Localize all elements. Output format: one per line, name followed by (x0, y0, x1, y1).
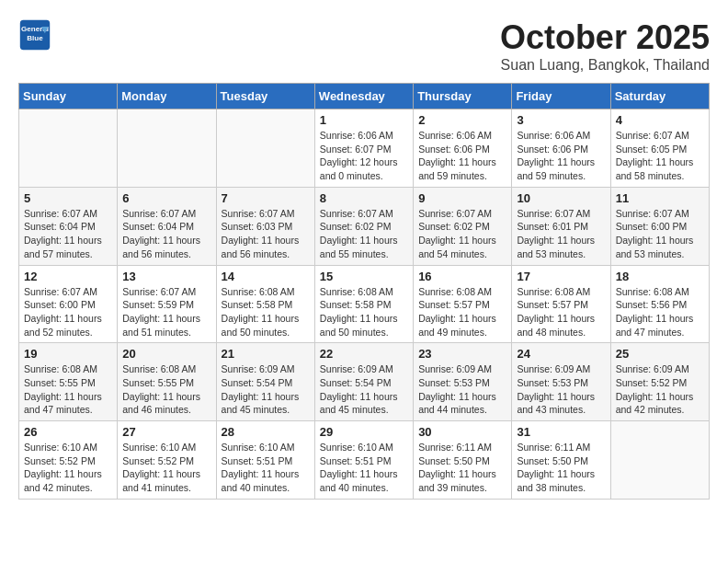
day-info: Sunrise: 6:09 AMSunset: 5:53 PMDaylight:… (418, 362, 506, 417)
day-number: 7 (222, 191, 310, 205)
title-area: October 2025 Suan Luang, Bangkok, Thaila… (500, 18, 710, 74)
calendar-cell (610, 421, 709, 500)
weekday-header-cell: Saturday (610, 84, 709, 109)
calendar-cell: 23Sunrise: 6:09 AMSunset: 5:53 PMDayligh… (414, 343, 512, 421)
day-info: Sunrise: 6:07 AMSunset: 6:05 PMDaylight:… (616, 129, 704, 183)
calendar-cell: 5Sunrise: 6:07 AMSunset: 6:04 PMDaylight… (19, 187, 118, 265)
day-number: 22 (320, 347, 408, 361)
calendar-cell: 18Sunrise: 6:08 AMSunset: 5:56 PMDayligh… (610, 265, 709, 343)
day-number: 26 (24, 425, 112, 439)
calendar-cell: 6Sunrise: 6:07 AMSunset: 6:04 PMDaylight… (118, 187, 216, 265)
day-number: 18 (616, 270, 704, 283)
day-number: 28 (222, 425, 310, 439)
day-number: 29 (320, 425, 408, 439)
day-info: Sunrise: 6:06 AMSunset: 6:06 PMDaylight:… (517, 129, 605, 183)
day-number: 5 (24, 191, 112, 205)
day-info: Sunrise: 6:08 AMSunset: 5:57 PMDaylight:… (517, 285, 605, 339)
day-info: Sunrise: 6:10 AMSunset: 5:52 PMDaylight:… (24, 441, 112, 495)
day-info: Sunrise: 6:07 AMSunset: 6:00 PMDaylight:… (24, 285, 112, 339)
logo: General Blue (18, 18, 51, 52)
location-title: Suan Luang, Bangkok, Thailand (500, 57, 710, 74)
calendar-cell: 20Sunrise: 6:08 AMSunset: 5:55 PMDayligh… (118, 343, 216, 421)
calendar-cell: 11Sunrise: 6:07 AMSunset: 6:00 PMDayligh… (610, 187, 709, 265)
weekday-header-cell: Friday (512, 84, 610, 109)
day-info: Sunrise: 6:08 AMSunset: 5:55 PMDaylight:… (122, 362, 210, 417)
day-number: 9 (418, 191, 506, 205)
day-number: 24 (517, 347, 605, 361)
day-info: Sunrise: 6:09 AMSunset: 5:53 PMDaylight:… (517, 362, 605, 417)
day-number: 17 (517, 270, 605, 283)
page-header: General Blue October 2025 Suan Luang, Ba… (18, 18, 710, 74)
calendar-cell: 15Sunrise: 6:08 AMSunset: 5:58 PMDayligh… (314, 265, 413, 343)
day-info: Sunrise: 6:07 AMSunset: 6:02 PMDaylight:… (320, 207, 408, 261)
calendar-cell (118, 109, 216, 188)
calendar-table: SundayMondayTuesdayWednesdayThursdayFrid… (18, 83, 710, 500)
calendar-cell: 24Sunrise: 6:09 AMSunset: 5:53 PMDayligh… (512, 343, 610, 421)
month-title: October 2025 (500, 18, 710, 57)
weekday-header-row: SundayMondayTuesdayWednesdayThursdayFrid… (19, 84, 710, 109)
day-number: 14 (222, 270, 310, 283)
weekday-header-cell: Tuesday (216, 84, 314, 109)
calendar-cell: 9Sunrise: 6:07 AMSunset: 6:02 PMDaylight… (414, 187, 512, 265)
calendar-cell (216, 109, 314, 188)
day-number: 20 (122, 347, 210, 361)
day-number: 23 (418, 347, 506, 361)
day-number: 2 (418, 113, 506, 127)
day-info: Sunrise: 6:08 AMSunset: 5:58 PMDaylight:… (222, 285, 310, 339)
calendar-week-row: 26Sunrise: 6:10 AMSunset: 5:52 PMDayligh… (19, 421, 710, 500)
calendar-cell: 10Sunrise: 6:07 AMSunset: 6:01 PMDayligh… (512, 187, 610, 265)
weekday-header-cell: Sunday (19, 84, 118, 109)
calendar-cell (19, 109, 118, 188)
calendar-cell: 31Sunrise: 6:11 AMSunset: 5:50 PMDayligh… (512, 421, 610, 500)
day-info: Sunrise: 6:07 AMSunset: 6:03 PMDaylight:… (222, 207, 310, 261)
day-number: 19 (24, 347, 112, 361)
day-number: 16 (418, 270, 506, 283)
day-info: Sunrise: 6:08 AMSunset: 5:58 PMDaylight:… (320, 285, 408, 339)
day-info: Sunrise: 6:08 AMSunset: 5:56 PMDaylight:… (616, 285, 704, 339)
calendar-cell: 21Sunrise: 6:09 AMSunset: 5:54 PMDayligh… (216, 343, 314, 421)
calendar-cell: 13Sunrise: 6:07 AMSunset: 5:59 PMDayligh… (118, 265, 216, 343)
day-number: 15 (320, 270, 408, 283)
calendar-cell: 16Sunrise: 6:08 AMSunset: 5:57 PMDayligh… (414, 265, 512, 343)
day-info: Sunrise: 6:07 AMSunset: 6:04 PMDaylight:… (122, 207, 210, 261)
day-info: Sunrise: 6:08 AMSunset: 5:57 PMDaylight:… (418, 285, 506, 339)
day-info: Sunrise: 6:11 AMSunset: 5:50 PMDaylight:… (418, 441, 506, 495)
day-number: 10 (517, 191, 605, 205)
weekday-header-cell: Wednesday (314, 84, 413, 109)
weekday-header-cell: Monday (118, 84, 216, 109)
calendar-cell: 27Sunrise: 6:10 AMSunset: 5:52 PMDayligh… (118, 421, 216, 500)
day-info: Sunrise: 6:07 AMSunset: 6:01 PMDaylight:… (517, 207, 605, 261)
calendar-week-row: 1Sunrise: 6:06 AMSunset: 6:07 PMDaylight… (19, 109, 710, 188)
calendar-cell: 29Sunrise: 6:10 AMSunset: 5:51 PMDayligh… (314, 421, 413, 500)
day-info: Sunrise: 6:07 AMSunset: 6:00 PMDaylight:… (616, 207, 704, 261)
calendar-cell: 30Sunrise: 6:11 AMSunset: 5:50 PMDayligh… (414, 421, 512, 500)
calendar-cell: 22Sunrise: 6:09 AMSunset: 5:54 PMDayligh… (314, 343, 413, 421)
calendar-cell: 14Sunrise: 6:08 AMSunset: 5:58 PMDayligh… (216, 265, 314, 343)
calendar-cell: 1Sunrise: 6:06 AMSunset: 6:07 PMDaylight… (314, 109, 413, 188)
calendar-body: 1Sunrise: 6:06 AMSunset: 6:07 PMDaylight… (19, 109, 710, 500)
day-info: Sunrise: 6:09 AMSunset: 5:54 PMDaylight:… (320, 362, 408, 417)
calendar-cell: 8Sunrise: 6:07 AMSunset: 6:02 PMDaylight… (314, 187, 413, 265)
day-info: Sunrise: 6:07 AMSunset: 5:59 PMDaylight:… (122, 285, 210, 339)
logo-icon: General Blue (18, 18, 51, 52)
day-number: 30 (418, 425, 506, 439)
calendar-cell: 12Sunrise: 6:07 AMSunset: 6:00 PMDayligh… (19, 265, 118, 343)
day-number: 13 (122, 270, 210, 283)
day-info: Sunrise: 6:06 AMSunset: 6:06 PMDaylight:… (418, 129, 506, 183)
day-number: 8 (320, 191, 408, 205)
day-info: Sunrise: 6:09 AMSunset: 5:54 PMDaylight:… (222, 362, 310, 417)
calendar-cell: 19Sunrise: 6:08 AMSunset: 5:55 PMDayligh… (19, 343, 118, 421)
calendar-cell: 25Sunrise: 6:09 AMSunset: 5:52 PMDayligh… (610, 343, 709, 421)
day-info: Sunrise: 6:11 AMSunset: 5:50 PMDaylight:… (517, 441, 605, 495)
day-number: 21 (222, 347, 310, 361)
calendar-cell: 17Sunrise: 6:08 AMSunset: 5:57 PMDayligh… (512, 265, 610, 343)
day-number: 27 (122, 425, 210, 439)
day-number: 3 (517, 113, 605, 127)
day-info: Sunrise: 6:06 AMSunset: 6:07 PMDaylight:… (320, 129, 408, 183)
day-info: Sunrise: 6:07 AMSunset: 6:04 PMDaylight:… (24, 207, 112, 261)
day-info: Sunrise: 6:10 AMSunset: 5:51 PMDaylight:… (320, 441, 408, 495)
day-number: 11 (616, 191, 704, 205)
calendar-cell: 7Sunrise: 6:07 AMSunset: 6:03 PMDaylight… (216, 187, 314, 265)
day-info: Sunrise: 6:10 AMSunset: 5:51 PMDaylight:… (222, 441, 310, 495)
calendar-week-row: 19Sunrise: 6:08 AMSunset: 5:55 PMDayligh… (19, 343, 710, 421)
